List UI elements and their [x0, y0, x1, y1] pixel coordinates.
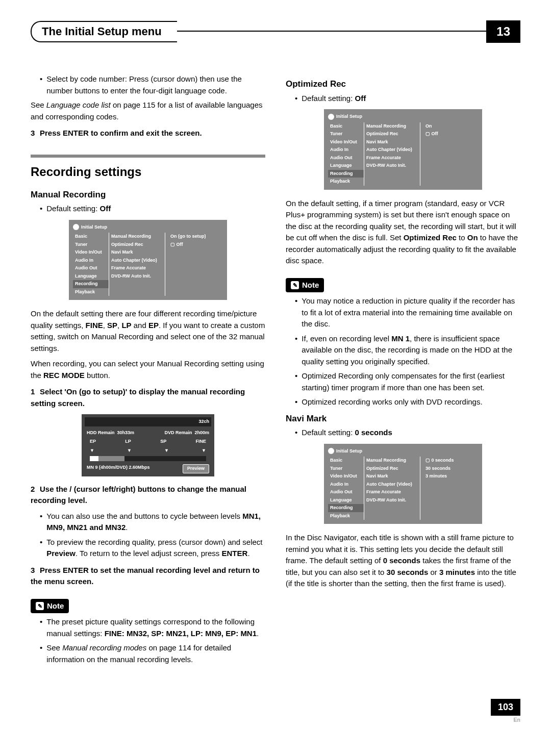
note-badge: ✎Note — [286, 278, 324, 293]
page-footer: 103 En — [31, 699, 520, 723]
page-number: 103 — [491, 699, 520, 716]
header-rule — [177, 31, 487, 32]
see-language: See Language code list on page 115 for a… — [31, 99, 265, 122]
navi-mark-heading: Navi Mark — [286, 412, 520, 425]
gear-icon — [328, 448, 334, 454]
right-column: Optimized Rec Default setting: Off Initi… — [286, 73, 520, 668]
opt-note-3: Optimized Recording only compensates for… — [286, 370, 520, 393]
pencil-icon: ✎ — [36, 602, 44, 610]
gear-icon — [73, 224, 79, 230]
opt-note-2: If, even on recording level MN 1, there … — [286, 333, 520, 368]
left-note-2: See Manual recording modes on page 114 f… — [31, 642, 265, 665]
chapter-title: The Initial Setup menu — [31, 21, 177, 42]
navi-default: Default setting: 0 seconds — [286, 427, 520, 439]
optimized-default: Default setting: Off — [286, 93, 520, 105]
left-note-1: The preset picture quality settings corr… — [31, 616, 265, 639]
page-language: En — [31, 717, 520, 723]
intro-bullet: Select by code number: Press (cursor dow… — [31, 73, 265, 96]
step-1: 1Select 'On (go to setup)' to display th… — [31, 386, 265, 409]
navi-paragraph: In the Disc Navigator, each title is sho… — [286, 532, 520, 590]
gear-icon — [328, 114, 334, 120]
optimized-paragraph: On the default setting, if a timer progr… — [286, 198, 520, 267]
step-3b: 3Press ENTER to set the manual recording… — [31, 565, 265, 588]
section-divider — [31, 155, 265, 158]
rec-channel: 32ch — [85, 417, 211, 426]
pencil-icon: ✎ — [291, 281, 299, 289]
note-badge: ✎Note — [31, 599, 69, 614]
screenshot-manual-recording: Initial Setup Basic Tuner Video In/Out A… — [69, 220, 227, 300]
intro-bullet-text: Select by code number: Press (cursor dow… — [46, 73, 265, 96]
manual-recording-heading: Manual Recording — [31, 188, 265, 201]
screenshot-optimized-rec: Initial Setup Basic Tuner Video In/Out A… — [324, 109, 482, 190]
screenshot-navi-mark: Initial Setup Basic Tuner Video In/Out A… — [324, 444, 482, 524]
chapter-number: 13 — [486, 20, 520, 43]
page-header: The Initial Setup menu 13 — [31, 20, 520, 43]
screenshot-recording-level: 32ch HDD Remain 30h33mDVD Remain 2h00m E… — [82, 414, 214, 476]
opt-note-1: You may notice a reduction in picture qu… — [286, 295, 520, 330]
optimized-rec-heading: Optimized Rec — [286, 78, 520, 91]
opt-note-4: Optimized recording works only with DVD … — [286, 396, 520, 408]
manual-p1: On the default setting there are four di… — [31, 308, 265, 354]
manual-p2: When recording, you can select your Manu… — [31, 358, 265, 381]
preview-button: Preview — [183, 464, 209, 473]
step2-bullet-2: To preview the recording quality, press … — [31, 537, 265, 560]
step-3a: 3Press ENTER to confirm and exit the scr… — [31, 128, 265, 139]
step-2: 2Use the / (cursor left/right) buttons t… — [31, 484, 265, 507]
step2-bullet-1: You can also use the and buttons to cycl… — [31, 511, 265, 534]
left-column: Select by code number: Press (cursor dow… — [31, 73, 265, 668]
recording-settings-heading: Recording settings — [31, 163, 265, 181]
manual-default: Default setting: Off — [31, 203, 265, 215]
